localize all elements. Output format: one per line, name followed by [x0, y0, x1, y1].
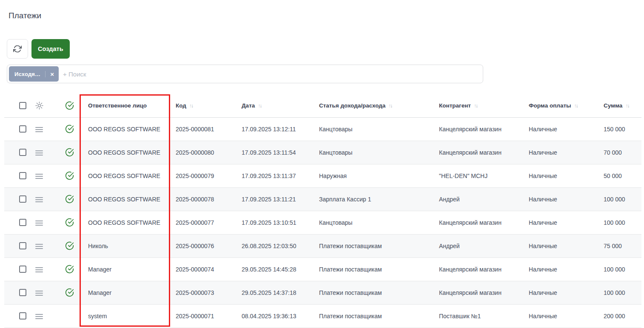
cell-amount: 100 000 — [599, 257, 641, 281]
close-icon[interactable]: × — [45, 71, 54, 77]
approved-check-icon — [65, 124, 74, 133]
column-header-payment-form[interactable]: Форма оплаты↑↓ — [524, 94, 599, 117]
row-checkbox[interactable] — [19, 312, 26, 320]
hamburger-menu-icon[interactable] — [35, 197, 43, 203]
hamburger-menu-icon[interactable] — [35, 267, 43, 273]
hamburger-menu-icon[interactable] — [35, 314, 43, 320]
table-row[interactable]: OOO REGOS SOFTWARE 2025-0000077 17.09.20… — [4, 211, 641, 234]
hamburger-menu-icon[interactable] — [35, 150, 43, 156]
hamburger-menu-icon[interactable] — [35, 220, 43, 226]
cell-payment-form: Наличные — [524, 234, 599, 257]
page-title: Платежи — [9, 11, 41, 20]
row-checkbox[interactable] — [19, 289, 26, 296]
hamburger-menu-icon[interactable] — [35, 243, 43, 249]
approved-check-icon — [65, 148, 74, 157]
search-input[interactable] — [63, 65, 479, 83]
cell-category: Зарплата Кассир 1 — [314, 187, 434, 211]
table-row[interactable]: system 2025-0000071 08.04.2025 19:36:13 … — [4, 304, 641, 328]
cell-amount: 50 000 — [599, 164, 641, 187]
column-header-label: Сумма — [604, 102, 622, 109]
cell-code: 2025-0000078 — [171, 187, 237, 211]
cell-code: 2025-0000081 — [171, 117, 237, 141]
column-header-code[interactable]: Код↑↓ — [171, 94, 237, 117]
cell-responsible: system — [83, 304, 171, 328]
cell-counterparty: Андрей — [434, 234, 524, 257]
cell-category: Канцтовары — [314, 141, 434, 164]
column-header-label: Форма оплаты — [529, 102, 571, 109]
row-checkbox[interactable] — [19, 195, 26, 203]
table-row[interactable]: OOO REGOS SOFTWARE 2025-0000079 17.09.20… — [4, 164, 641, 187]
cell-payment-form: Наличные — [524, 164, 599, 187]
gear-icon[interactable] — [35, 101, 44, 110]
cell-date: 29.05.2025 14:37:18 — [237, 281, 314, 304]
cell-date: 17.09.2025 13:12:11 — [237, 117, 314, 141]
filter-tag[interactable]: Исходя… × — [9, 66, 59, 82]
sort-arrows-icon[interactable]: ↑↓ — [258, 102, 261, 109]
refresh-button[interactable] — [7, 39, 28, 59]
column-header-counterparty[interactable]: Контрагент↑↓ — [434, 94, 524, 117]
cell-category: Платежи поставщикам — [314, 304, 434, 328]
cell-date: 17.09.2025 13:10:51 — [237, 211, 314, 234]
cell-responsible: OOO REGOS SOFTWARE — [83, 117, 171, 141]
sort-arrows-icon[interactable]: ↑↓ — [388, 102, 392, 109]
cell-amount: 200 000 — [599, 304, 641, 328]
refresh-icon — [13, 45, 22, 53]
table-row[interactable]: Николь 2025-0000076 26.08.2025 12:03:50 … — [4, 234, 641, 257]
cell-payment-form: Наличные — [524, 211, 599, 234]
cell-code: 2025-0000073 — [171, 281, 237, 304]
cell-payment-form: Наличные — [524, 257, 599, 281]
cell-responsible: Manager — [83, 281, 171, 304]
cell-payment-form: Наличные — [524, 187, 599, 211]
cell-amount: 100 000 — [599, 187, 641, 211]
cell-payment-form: Наличные — [524, 281, 599, 304]
table-row[interactable]: Manager 2025-0000073 29.05.2025 14:37:18… — [4, 281, 641, 304]
cell-payment-form: Наличные — [524, 117, 599, 141]
table-row[interactable]: OOO REGOS SOFTWARE 2025-0000081 17.09.20… — [4, 117, 641, 141]
column-header-label: Ответственное лицо — [88, 102, 147, 109]
approved-check-icon — [65, 241, 74, 250]
search-bar[interactable]: Исходя… × — [7, 65, 483, 83]
create-button[interactable]: Создать — [31, 39, 70, 59]
approved-check-icon — [65, 265, 74, 274]
row-checkbox[interactable] — [19, 219, 26, 226]
cell-code: 2025-0000074 — [171, 257, 237, 281]
sort-arrows-icon[interactable]: ↑↓ — [574, 102, 578, 109]
hamburger-menu-icon[interactable] — [35, 127, 43, 133]
cell-responsible: OOO REGOS SOFTWARE — [83, 187, 171, 211]
column-header-amount[interactable]: Сумма↑↓ — [599, 94, 641, 117]
hamburger-menu-icon[interactable] — [35, 290, 43, 296]
cell-amount: 100 000 — [599, 211, 641, 234]
sort-arrows-icon[interactable]: ↑↓ — [189, 102, 193, 109]
sort-arrows-icon[interactable]: ↑↓ — [625, 102, 629, 109]
cell-responsible: OOO REGOS SOFTWARE — [83, 141, 171, 164]
cell-date: 17.09.2025 13:11:54 — [237, 141, 314, 164]
cell-responsible: OOO REGOS SOFTWARE — [83, 164, 171, 187]
cell-date: 17.09.2025 13:11:37 — [237, 164, 314, 187]
cell-category: Канцтовары — [314, 117, 434, 141]
row-checkbox[interactable] — [19, 125, 26, 133]
column-header-label: Дата — [242, 102, 255, 109]
table-row[interactable]: Manager 2025-0000074 29.05.2025 14:45:28… — [4, 257, 641, 281]
table-row[interactable]: OOO REGOS SOFTWARE 2025-0000078 17.09.20… — [4, 187, 641, 211]
cell-payment-form: Наличные — [524, 141, 599, 164]
cell-code: 2025-0000077 — [171, 211, 237, 234]
filter-tag-label: Исходя… — [14, 71, 40, 77]
hamburger-menu-icon[interactable] — [35, 173, 43, 179]
cell-amount: 75 000 — [599, 234, 641, 257]
table-row[interactable]: OOO REGOS SOFTWARE 2025-0000080 17.09.20… — [4, 141, 641, 164]
row-checkbox[interactable] — [19, 172, 26, 179]
column-header-date[interactable]: Дата↑↓ — [237, 94, 314, 117]
column-header-category[interactable]: Статья дохода/расхода↑↓ — [314, 94, 434, 117]
row-checkbox[interactable] — [19, 266, 26, 273]
column-header-label: Статья дохода/расхода — [319, 102, 385, 109]
cell-amount: 70 000 — [599, 141, 641, 164]
sort-arrows-icon[interactable]: ↑↓ — [474, 102, 477, 109]
row-checkbox[interactable] — [19, 242, 26, 249]
cell-counterparty: Канцелярский магазин — [434, 117, 524, 141]
cell-counterparty: Поставшик №1 — [434, 304, 524, 328]
cell-payment-form: Наличные — [524, 304, 599, 328]
select-all-checkbox[interactable] — [19, 102, 26, 109]
row-checkbox[interactable] — [19, 149, 26, 156]
cell-responsible: OOO REGOS SOFTWARE — [83, 211, 171, 234]
cell-counterparty: Канцелярский магазин — [434, 281, 524, 304]
